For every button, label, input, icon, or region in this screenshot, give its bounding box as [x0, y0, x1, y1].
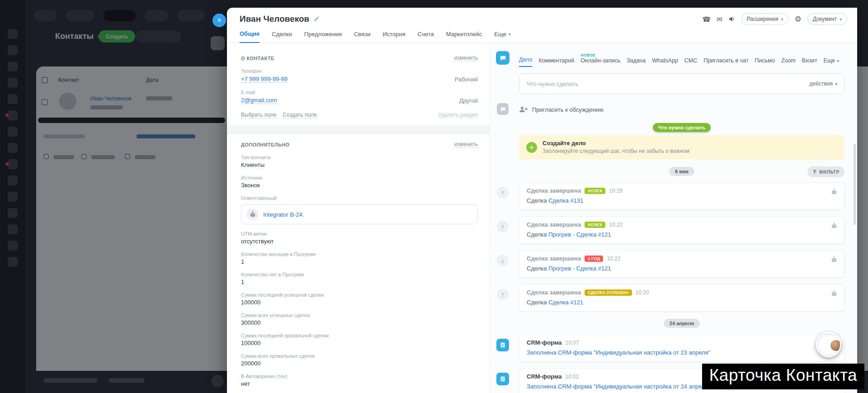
timeline-tab-label: Онлайн-запись: [580, 57, 620, 64]
scrollbar[interactable]: [854, 143, 856, 225]
slider-tab-0[interactable]: Общие: [240, 30, 259, 43]
timeline-tab-label: Дело: [519, 57, 532, 63]
contact-slider-panel: × Иван Человеков ☎ ✉ Расширения▾ ⚙ Докум…: [227, 8, 857, 393]
timeline: ДелоКомментарийновоеОнлайн-записьЗадачаW…: [490, 43, 857, 393]
timeline-item-title: CRM-форма: [527, 339, 562, 346]
field-label: Тип контакта: [241, 155, 478, 160]
arrow-up-icon: ↑: [497, 187, 509, 199]
slider-tab-7[interactable]: Еще▾: [494, 30, 510, 43]
filter-button[interactable]: Фильтр: [807, 166, 844, 177]
field-value: нет: [241, 380, 478, 387]
timeline-item-link[interactable]: Заполнена CRM-форма "Индивидуальная наст…: [527, 383, 705, 390]
slider-tab-2[interactable]: Предложения: [304, 30, 342, 43]
timeline-item-title: Сделка завершена: [527, 187, 581, 194]
timeline-card: Сделка завершенаУСПЕХ10:22Сделка Прогрев…: [519, 216, 844, 244]
select-field-link[interactable]: Выбрать поле: [241, 112, 276, 118]
timeline-item-time: 10:02: [566, 374, 579, 380]
automation-robot-icon: [830, 222, 838, 231]
field-label: Ответственный: [241, 195, 478, 201]
timeline-item-title: CRM-форма: [527, 373, 562, 380]
field-label: Сумма всех успешных сделок: [241, 313, 478, 318]
timeline-tab-1[interactable]: Комментарий: [538, 57, 574, 67]
timeline-tab-0[interactable]: Дело: [519, 57, 532, 67]
edit-link[interactable]: изменить: [454, 141, 478, 148]
field-value: отсутствуют: [241, 238, 478, 245]
arrow-up-icon: ↑: [497, 289, 509, 300]
timeline-tab-9[interactable]: Визит: [802, 57, 817, 67]
field-label: Сумма последней провальной сделки: [241, 333, 478, 338]
timeline-tab-8[interactable]: Zoom: [781, 57, 796, 67]
section-about: О КОНТАКТЕизменитьТелефон+7 999 999-99-9…: [227, 43, 490, 118]
todo-hint-pill: Что нужно сделать: [653, 123, 711, 132]
chevron-down-icon: ▾: [840, 17, 842, 22]
slider-tab-4[interactable]: История: [382, 30, 405, 43]
robot-avatar-icon: [247, 208, 259, 220]
responsible-user-link[interactable]: Integrator B-24.: [263, 211, 304, 218]
screen: Контакты▾ Создать Контакт Дата Иван Чело…: [0, 0, 868, 393]
plus-icon[interactable]: +: [526, 142, 537, 153]
gear-icon[interactable]: ⚙: [794, 15, 801, 23]
responsible-user-box[interactable]: Integrator B-24.: [241, 204, 478, 224]
section-divider: [227, 126, 490, 134]
timeline-tab-label: Задача: [627, 57, 646, 64]
field-value: 1: [241, 279, 478, 285]
chevron-down-icon: ▾: [509, 32, 511, 37]
timeline-item-link[interactable]: Сделка #131: [548, 197, 583, 204]
slider-tabs: ОбщиеСделкиПредложенияСвязиИсторияСчетаМ…: [240, 30, 511, 43]
timeline-tab-5[interactable]: СМС: [684, 57, 697, 67]
status-badge: 1 ГОД: [585, 256, 603, 262]
timeline-tab-2[interactable]: новоеОнлайн-запись: [580, 57, 620, 67]
timeline-item-time: 10:22: [609, 222, 623, 228]
invite-to-discussion[interactable]: Пригласить к обсуждению: [532, 106, 604, 113]
phone-icon[interactable]: ☎: [702, 16, 711, 23]
timeline-tab-6[interactable]: Пригласить в чат: [703, 57, 748, 67]
slider-tab-label: Счета: [418, 31, 434, 38]
slider-tab-5[interactable]: Счета: [418, 30, 434, 43]
section-additional: ДОПОЛНИТЕЛЬНОизменитьТип контактаКлиенты…: [227, 134, 490, 393]
field-value-link[interactable]: 2@gmail.com: [241, 97, 277, 104]
create-field-link[interactable]: Создать поле: [283, 112, 317, 118]
extensions-button[interactable]: Расширения▾: [741, 13, 789, 25]
field-value-link[interactable]: +7 999 999-99-99: [241, 76, 288, 83]
timeline-tab-label: Письмо: [755, 57, 775, 64]
field-label: Источник: [241, 175, 478, 180]
edit-link[interactable]: изменить: [454, 55, 478, 62]
slider-tab-1[interactable]: Сделки: [272, 30, 292, 43]
composer-actions-button[interactable]: действия▾: [810, 80, 844, 87]
close-button[interactable]: ×: [212, 14, 226, 27]
field-value: Клиенты: [241, 161, 478, 168]
contact-name: Иван Человеков: [240, 14, 309, 24]
edit-pencil-icon[interactable]: [313, 16, 320, 22]
timeline-item-time: 10:29: [609, 188, 623, 194]
timeline-item-link[interactable]: Прогрев - Сделка #121: [548, 231, 611, 238]
chevron-down-icon: ▾: [781, 17, 783, 22]
automation-robot-icon: [830, 188, 838, 197]
delete-section-link[interactable]: Удалить раздел: [438, 112, 478, 118]
cursor-spotlight: [816, 332, 841, 357]
timeline-item-link[interactable]: Сделка #121: [548, 299, 583, 306]
field-type-tag: Другой: [459, 97, 478, 104]
timeline-tab-4[interactable]: WhatsApp: [652, 57, 678, 67]
section-title: ДОПОЛНИТЕЛЬНО: [241, 142, 290, 147]
timeline-tab-label: Zoom: [781, 57, 796, 64]
field-label: Телефон: [241, 68, 478, 74]
timeline-tab-7[interactable]: Письмо: [755, 57, 775, 67]
slider-tab-label: Маркетплейс: [446, 31, 482, 38]
document-button[interactable]: Документ▾: [807, 13, 847, 25]
comment-icon: [497, 103, 509, 115]
timeline-item-link[interactable]: Заполнена CRM-форма "Индивидуальная наст…: [527, 349, 710, 356]
timeline-tab-3[interactable]: Задача: [627, 57, 646, 67]
timeline-card: Сделка завершенаУСПЕХ10:29Сделка Сделка …: [519, 182, 844, 210]
timeline-tab-label: Еще: [824, 57, 835, 64]
todo-input[interactable]: [519, 80, 810, 87]
megaphone-icon[interactable]: [728, 15, 736, 23]
timeline-item-link[interactable]: Прогрев - Сделка #121: [548, 265, 611, 272]
slider-tab-6[interactable]: Маркетплейс: [446, 30, 482, 43]
todo-composer: действия▾: [519, 73, 844, 94]
field-label: Количество месяцев в Прогреве: [241, 251, 478, 257]
chevron-down-icon: ▾: [837, 58, 839, 63]
hint-subtitle: Запланируйте следующий шаг, чтобы не заб…: [542, 148, 837, 154]
mail-icon[interactable]: ✉: [717, 16, 722, 23]
timeline-tab-10[interactable]: Еще▾: [824, 57, 839, 67]
slider-tab-3[interactable]: Связи: [354, 30, 370, 43]
